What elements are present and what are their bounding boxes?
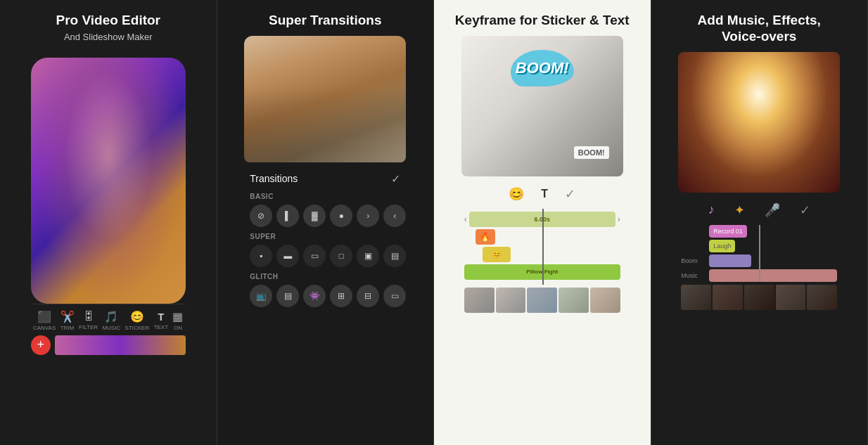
toolbar-sticker[interactable]: 😊 STICKER [125, 310, 150, 331]
kf-icons-row: 😊 T ✓ [461, 182, 623, 206]
basic-icon-4[interactable]: ● [330, 205, 352, 227]
panel3-title: Keyframe for Sticker & Text [455, 13, 630, 29]
thumb-2 [496, 288, 526, 313]
super-section-label: SUPER [244, 230, 406, 242]
toolbar-trim[interactable]: ✂️ TRIM [60, 310, 75, 331]
trim-label: TRIM [60, 325, 75, 331]
audio-thumb-2 [713, 285, 743, 310]
panel3-header: Keyframe for Sticker & Text [455, 13, 630, 29]
basic-icon-3[interactable]: ▓ [303, 205, 326, 227]
text-label: TEXT [154, 324, 168, 330]
music-check-icon[interactable]: ✓ [800, 202, 810, 218]
glitch-icon-3[interactable]: 👾 [303, 285, 326, 307]
music-label: MUSIC [102, 325, 120, 331]
audio-thumb-5 [807, 285, 837, 310]
super-icon-4[interactable]: □ [330, 245, 352, 267]
super-icon-3[interactable]: ▭ [303, 245, 326, 267]
kf-timeline: ‹ 6.00s › 🔥 😊 Pillow Fight [461, 209, 623, 285]
glitch-section-label: GLITCH [244, 270, 406, 282]
audio-thumb-1 [681, 285, 711, 310]
boom-sticker: BOOM! [511, 50, 574, 99]
kf-orange-clip[interactable]: 🔥 [476, 229, 495, 245]
basic-icon-1[interactable]: ⊘ [250, 205, 272, 227]
boom-image: BOOM! BOOM! [461, 36, 623, 176]
kf-check-icon[interactable]: ✓ [565, 186, 575, 202]
record-track-bar[interactable]: Record 01 [709, 225, 747, 238]
music-icon: 🎵 [104, 310, 118, 323]
basic-icon-6[interactable]: ‹ [383, 205, 406, 227]
transitions-header-row: Transitions ✓ [244, 168, 406, 190]
concert-bg [678, 52, 840, 193]
timeline-row: + [31, 335, 186, 355]
toolbar-text[interactable]: T TEXT [154, 311, 168, 330]
thumb-5 [590, 288, 620, 313]
keyframe-bottom: 😊 T ✓ ‹ 6.00s › 🔥 😊 Pillow Fight [461, 182, 623, 313]
toolbar-icons-row: ⬛ CANVAS ✂️ TRIM 🎛 FILTER 🎵 MUSIC 😊 STIC… [31, 310, 186, 331]
keyframe-bold: Keyframe [455, 13, 516, 27]
glitch-icon-4[interactable]: ⊞ [330, 285, 352, 307]
super-icons-grid: ▪ ▬ ▭ □ ▣ ▤ [244, 242, 406, 270]
transitions-check-icon[interactable]: ✓ [391, 172, 400, 186]
boom-track-bar[interactable] [709, 254, 751, 267]
music-track-label: Music [681, 272, 706, 279]
on-label: ON [174, 325, 182, 331]
basic-icon-5[interactable]: › [357, 205, 379, 227]
audio-playhead [759, 225, 760, 282]
keyframe-rest: for Sticker & Text [516, 13, 629, 27]
kf-playhead [542, 209, 544, 285]
super-icon-1[interactable]: ▪ [250, 245, 272, 267]
thumb-3 [527, 288, 557, 313]
thumb-4 [559, 288, 589, 313]
laugh-track-bar[interactable]: Laugh [709, 240, 735, 252]
concert-image [678, 52, 840, 193]
add-button[interactable]: + [31, 335, 51, 355]
music-track-bar[interactable] [709, 269, 837, 282]
panel2-header: Super Transitions [269, 13, 381, 29]
music-icons-row: ♪ ✦ 🎤 ✓ [678, 198, 840, 222]
toolbar-filter[interactable]: 🎛 FILTER [79, 310, 98, 330]
audio-tracks: Record 01 Laugh Boom Music [678, 225, 840, 282]
basic-icons-grid: ⊘ ▌ ▓ ● › ‹ [244, 202, 406, 230]
kf-emoji-icon[interactable]: 😊 [509, 186, 524, 202]
mic-icon[interactable]: 🎤 [765, 202, 780, 218]
kf-text-icon[interactable]: T [541, 188, 548, 200]
super-icon-2[interactable]: ▬ [276, 245, 299, 267]
panel1-header: Pro Video Editor And Slideshow Maker [56, 13, 160, 51]
audio-thumbnail-strip [681, 285, 837, 310]
toolbar-canvas[interactable]: ⬛ CANVAS [33, 310, 56, 331]
glitch-icon-1[interactable]: 📺 [250, 285, 272, 307]
kf-nav-left[interactable]: ‹ [464, 214, 467, 224]
super-icon-6[interactable]: ▤ [383, 245, 406, 267]
audio-thumb-3 [744, 285, 774, 310]
trim-icon: ✂️ [60, 310, 75, 323]
timeline-strip [55, 335, 186, 355]
transitions-screen: Transitions ✓ BASIC ⊘ ▌ ▓ ● › ‹ SUPER ▪ … [244, 36, 406, 310]
basic-section-label: BASIC [244, 190, 406, 202]
super-icon-5[interactable]: ▣ [357, 245, 379, 267]
toolbar-on[interactable]: ▦ ON [172, 310, 183, 331]
music-note-icon[interactable]: ♪ [708, 202, 715, 217]
transitions-label: Transitions [250, 173, 298, 184]
glitch-icon-6[interactable]: ▭ [383, 285, 406, 307]
effects-star-icon[interactable]: ✦ [734, 202, 745, 218]
panel1-phone-frame [31, 58, 186, 304]
text-icon: T [158, 311, 164, 323]
boom-bubble: BOOM! [511, 50, 574, 87]
panel2-title: Super Transitions [269, 13, 381, 29]
audio-thumb-4 [776, 285, 806, 310]
panel-transitions: Super Transitions Transitions ✓ BASIC ⊘ … [217, 0, 435, 445]
glitch-icon-5[interactable]: ⊟ [357, 285, 379, 307]
glitch-icon-2[interactable]: ▤ [276, 285, 299, 307]
panel1-toolbar: ⬛ CANVAS ✂️ TRIM 🎛 FILTER 🎵 MUSIC 😊 STIC… [31, 304, 186, 359]
panel4-title-bold: Music, Effects,Voice-overs [722, 13, 821, 44]
sticker-icon: 😊 [130, 310, 144, 323]
panel-keyframe: Keyframe for Sticker & Text BOOM! BOOM! … [434, 0, 651, 445]
kf-yellow-clip[interactable]: 😊 [483, 247, 511, 262]
toolbar-music[interactable]: 🎵 MUSIC [102, 310, 120, 331]
timeline-clip [55, 335, 186, 355]
panel-music: Add Music, Effects,Voice-overs ♪ ✦ 🎤 ✓ R… [651, 0, 869, 445]
basic-icon-2[interactable]: ▌ [276, 205, 299, 227]
panel1-subtitle: And Slideshow Maker [56, 32, 160, 42]
kf-nav-right[interactable]: › [618, 214, 620, 224]
music-bottom: ♪ ✦ 🎤 ✓ Record 01 Laugh Boom Music [678, 198, 840, 310]
